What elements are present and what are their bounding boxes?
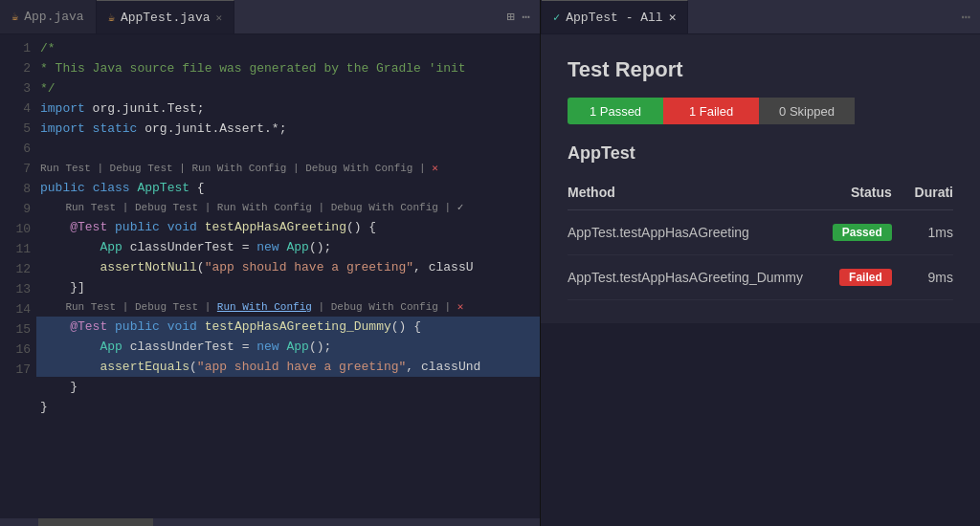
report-tab-bar: ✓ AppTest - All ✕ ⋯: [541, 0, 980, 34]
inline-action-line7: Run Test | Debug Test | Run With Config …: [36, 159, 540, 178]
status-cell: Passed: [825, 210, 911, 255]
code-line: /*: [36, 38, 540, 58]
code-line: @Test public void testAppHasAGreeting() …: [36, 217, 540, 237]
inline-action-line12: Run Test | Debug Test | Run With Config …: [36, 297, 540, 317]
code-line: * This Java source file was generated by…: [36, 58, 540, 78]
tab-spacer: [234, 0, 497, 33]
report-content: Test Report 1 Passed 1 Failed 0 Skipped …: [541, 34, 980, 526]
editor-tab-actions: ⊞ ⋯: [497, 0, 540, 33]
code-content: /* * This Java source file was generated…: [36, 34, 540, 518]
status-cell: Failed: [825, 255, 911, 300]
tab-apptest-all[interactable]: ✓ AppTest - All ✕: [542, 0, 688, 33]
split-editor-icon[interactable]: ⊞: [506, 9, 514, 25]
code-line-highlighted: @Test public void testAppHasAGreeting_Du…: [36, 317, 540, 337]
tab-app-java[interactable]: ☕ App.java: [0, 0, 97, 33]
code-line: assertNotNull("app should have a greetin…: [36, 257, 540, 277]
table-row[interactable]: AppTest.testAppHasAGreeting Passed 1ms: [568, 210, 953, 255]
status-badge: Passed: [833, 224, 892, 241]
code-line: */: [36, 78, 540, 99]
passed-count: 1 Passed: [568, 98, 663, 124]
test-class-name: AppTest: [568, 143, 953, 164]
report-tab-spacer: [688, 0, 951, 33]
code-line: import org.junit.Test;: [36, 99, 540, 119]
code-line: import static org.junit.Assert.*;: [36, 119, 540, 139]
code-line: [36, 139, 540, 159]
report-tab-actions: ⋯: [951, 0, 980, 33]
results-table: Method Status Durati AppTest.testAppHasA…: [568, 179, 953, 300]
editor-tab-bar: ☕ App.java ☕ AppTest.java ✕ ⊞ ⋯: [0, 0, 540, 34]
panels-row: ☕ App.java ☕ AppTest.java ✕ ⊞ ⋯: [0, 0, 980, 526]
editor-scrollbar[interactable]: [0, 518, 540, 526]
failed-count: 1 Failed: [663, 98, 759, 124]
code-editor[interactable]: 12345 678910 1112131415 1617 /* * This J…: [0, 34, 540, 518]
code-area: 12345 678910 1112131415 1617 /* * This J…: [0, 34, 540, 518]
method-cell: AppTest.testAppHasAGreeting: [568, 210, 825, 255]
inline-action-line8: Run Test | Debug Test | Run With Config …: [36, 198, 540, 217]
report-panel: ✓ AppTest - All ✕ ⋯ Test Report 1 Passed…: [541, 0, 980, 526]
tab-apptest-java[interactable]: ☕ AppTest.java ✕: [97, 0, 234, 33]
table-row[interactable]: AppTest.testAppHasAGreeting_Dummy Failed…: [568, 255, 953, 300]
report-tab-label: AppTest - All: [566, 11, 662, 25]
code-line: }: [36, 377, 540, 397]
code-line-highlighted: App classUnderTest = new App();: [36, 337, 540, 357]
report-title: Test Report: [568, 57, 953, 82]
java-file-icon: ☕: [11, 10, 18, 24]
code-line-highlighted: assertEquals("app should have a greeting…: [36, 357, 540, 377]
scrollbar-thumb[interactable]: [38, 518, 153, 526]
line-numbers: 12345 678910 1112131415 1617: [0, 34, 36, 518]
col-duration-header: Durati: [911, 179, 953, 210]
tab-app-java-label: App.java: [24, 10, 83, 24]
col-status-header: Status: [825, 179, 911, 210]
report-more-options-icon[interactable]: ⋯: [961, 8, 970, 27]
code-line: }: [36, 397, 540, 417]
tab-apptest-java-label: AppTest.java: [121, 11, 211, 25]
col-method-header: Method: [568, 179, 825, 210]
test-report: Test Report 1 Passed 1 Failed 0 Skipped …: [541, 34, 980, 323]
method-cell: AppTest.testAppHasAGreeting_Dummy: [568, 255, 825, 300]
code-line: [36, 417, 540, 437]
code-line: App classUnderTest = new App();: [36, 237, 540, 257]
editor-panel: ☕ App.java ☕ AppTest.java ✕ ⊞ ⋯: [0, 0, 541, 526]
status-badge: Failed: [839, 269, 892, 286]
test-report-icon: ✓: [553, 11, 560, 25]
java-file-icon-2: ☕: [108, 11, 115, 25]
code-line: public class AppTest {: [36, 178, 540, 198]
duration-cell: 1ms: [911, 210, 953, 255]
summary-bar: 1 Passed 1 Failed 0 Skipped: [568, 98, 953, 124]
skipped-count: 0 Skipped: [759, 98, 855, 124]
code-line: }]: [36, 277, 540, 297]
app-layout: ☕ App.java ☕ AppTest.java ✕ ⊞ ⋯: [0, 0, 980, 526]
close-report-tab[interactable]: ✕: [669, 10, 677, 25]
duration-cell: 9ms: [911, 255, 953, 300]
more-options-icon[interactable]: ⋯: [523, 9, 530, 25]
close-apptest-tab[interactable]: ✕: [216, 11, 223, 24]
